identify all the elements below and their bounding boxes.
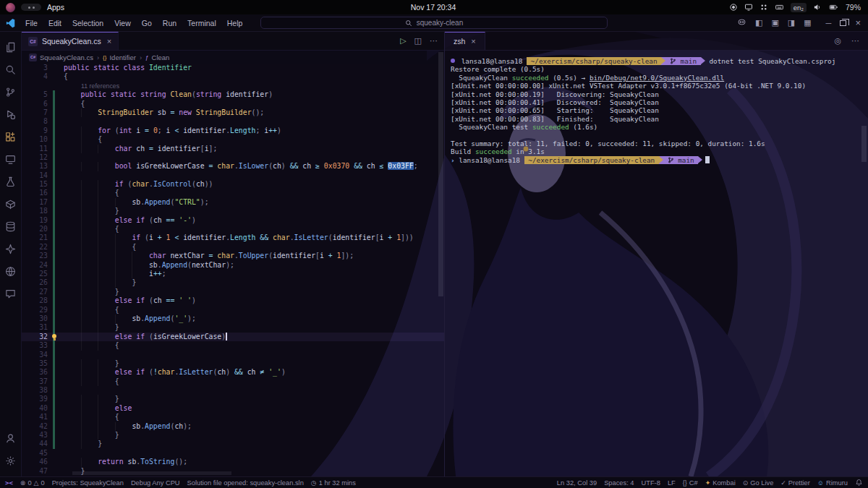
- session-time-status[interactable]: ◷1 hr 32 mins: [311, 479, 356, 487]
- input-source-indicator[interactable]: en₂: [791, 3, 807, 12]
- split-editor-icon[interactable]: ◫: [414, 36, 422, 46]
- gitlens-icon[interactable]: [0, 238, 22, 260]
- notifications-bell-icon[interactable]: [855, 479, 863, 487]
- breadcrumb-file[interactable]: C#SqueakyClean.cs: [29, 53, 93, 61]
- account-icon[interactable]: [0, 427, 22, 450]
- volume-icon[interactable]: [813, 3, 822, 12]
- code-line[interactable]: 4{: [22, 72, 444, 81]
- solution-status[interactable]: Solution file opened: squeaky-clean.sln: [187, 479, 304, 487]
- rimuru-status[interactable]: ☺Rimuru: [817, 479, 848, 487]
- code-line[interactable]: 11 char ch = identifier[i];: [22, 145, 444, 153]
- grid-icon[interactable]: [760, 3, 768, 12]
- code-line[interactable]: 31 }: [22, 323, 444, 332]
- breadcrumb-class[interactable]: {}Identifier: [103, 53, 136, 61]
- clock[interactable]: Nov 17 20:34: [411, 3, 456, 12]
- toggle-primary-sidebar-icon[interactable]: ◧: [755, 18, 762, 27]
- toggle-secondary-sidebar-icon[interactable]: ◨: [788, 18, 795, 27]
- panel-more-actions-icon[interactable]: ⋯: [851, 36, 859, 46]
- code-line[interactable]: 23 char nextChar = char.ToUpper(identifi…: [22, 252, 444, 260]
- code-line[interactable]: 7 StringBuilder sb = new StringBuilder()…: [22, 108, 444, 117]
- tab-squeakyclean[interactable]: C# SqueakyClean.cs ×: [22, 32, 119, 50]
- code-line[interactable]: 19 else if (ch == '-'): [22, 216, 444, 225]
- code-line[interactable]: 17 sb.Append("CTRL");: [22, 198, 444, 207]
- database-icon[interactable]: [0, 215, 22, 238]
- code-line[interactable]: 25 i++;: [22, 270, 444, 278]
- code-line[interactable]: 24 sb.Append(nextChar);: [22, 261, 444, 270]
- code-line[interactable]: 32 else if (isGreekLowerCase): [22, 333, 444, 341]
- file-link[interactable]: bin/Debug/net9.0/SqueakyClean.dll: [590, 74, 724, 82]
- breadcrumb-method[interactable]: ƒClean: [145, 53, 169, 61]
- code-line[interactable]: 21 if (i + 1 < identifier.Length && char…: [22, 234, 444, 242]
- menu-selection[interactable]: Selection: [67, 17, 109, 29]
- chat-icon[interactable]: [0, 283, 22, 305]
- indentation-status[interactable]: Spaces: 4: [604, 479, 634, 487]
- code-line[interactable]: 30 sb.Append('_');: [22, 314, 444, 323]
- eol-status[interactable]: LF: [668, 479, 676, 487]
- battery-icon[interactable]: [828, 3, 839, 12]
- distro-logo-icon[interactable]: [6, 3, 15, 12]
- code-line[interactable]: 29 {: [22, 306, 444, 314]
- code-line[interactable]: 28 else if (ch == ' '): [22, 296, 444, 305]
- code-line[interactable]: 10 {: [22, 135, 444, 144]
- menu-file[interactable]: File: [20, 17, 43, 29]
- code-line[interactable]: 40 else: [22, 404, 444, 413]
- search-icon[interactable]: [0, 59, 22, 81]
- menu-terminal[interactable]: Terminal: [182, 17, 221, 29]
- editor-horizontal-scrollbar[interactable]: [72, 471, 231, 475]
- copilot-icon[interactable]: [737, 17, 746, 28]
- docker-icon[interactable]: [0, 193, 22, 215]
- prettier-status[interactable]: ✓Prettier: [780, 479, 810, 487]
- kombai-status[interactable]: ✦Kombai: [705, 479, 736, 487]
- editor-more-actions-icon[interactable]: ⋯: [430, 36, 438, 46]
- code-line[interactable]: 26 }: [22, 278, 444, 287]
- globe-icon[interactable]: [0, 260, 22, 283]
- code-line[interactable]: 12: [22, 153, 444, 162]
- screen-record-icon[interactable]: [729, 3, 738, 12]
- menu-edit[interactable]: Edit: [43, 17, 67, 29]
- projects-status[interactable]: Projects: SqueakyClean: [52, 479, 124, 487]
- encoding-status[interactable]: UTF-8: [642, 479, 660, 487]
- debug-config-status[interactable]: Debug Any CPU: [131, 479, 180, 487]
- code-line[interactable]: 41 {: [22, 413, 444, 421]
- code-line[interactable]: 37 {: [22, 377, 444, 386]
- code-line[interactable]: 36 else if (!char.IsLetter(ch) && ch ≠ '…: [22, 368, 444, 377]
- keyboard-icon[interactable]: [775, 3, 784, 12]
- code-line[interactable]: 6 {: [22, 100, 444, 108]
- code-line[interactable]: 46 return sb.ToString();: [22, 458, 444, 466]
- code-line[interactable]: 5 public static string Clean(string iden…: [22, 90, 444, 99]
- code-line[interactable]: 44 }: [22, 440, 444, 448]
- lightbulb-icon[interactable]: [51, 334, 58, 341]
- toggle-panel-icon[interactable]: ▣: [771, 18, 778, 27]
- code-line[interactable]: 8: [22, 117, 444, 126]
- remote-icon[interactable]: [0, 148, 22, 171]
- code-line[interactable]: 35 }: [22, 359, 444, 368]
- code-line[interactable]: 15 if (char.IsControl(ch)): [22, 180, 444, 189]
- code-line[interactable]: 14: [22, 171, 444, 180]
- code-line[interactable]: 45: [22, 449, 444, 458]
- tab-zsh[interactable]: zsh ×: [445, 32, 485, 50]
- code-line[interactable]: 39 }: [22, 395, 444, 403]
- terminal-tab-close-icon[interactable]: ×: [469, 37, 475, 46]
- code-line[interactable]: 33 {: [22, 341, 444, 350]
- settings-gear-icon[interactable]: [0, 450, 22, 472]
- run-code-icon[interactable]: ▷: [400, 36, 406, 46]
- menu-help[interactable]: Help: [222, 17, 248, 29]
- remote-indicator[interactable]: ><: [5, 479, 13, 487]
- customize-layout-icon[interactable]: ▦: [804, 18, 811, 27]
- focused-app-name[interactable]: Apps: [47, 3, 64, 12]
- code-line[interactable]: 16 {: [22, 189, 444, 197]
- code-line[interactable]: 34: [22, 351, 444, 359]
- code-editor[interactable]: 3public static class Identifier4{11 refe…: [22, 64, 444, 476]
- extensions-icon[interactable]: [0, 126, 22, 148]
- display-icon[interactable]: [744, 3, 753, 12]
- workspace-indicator[interactable]: [21, 4, 41, 11]
- code-line[interactable]: 27 }: [22, 288, 444, 296]
- code-line[interactable]: 9 for (int i = 0; i < identifier.Length;…: [22, 127, 444, 135]
- menu-view[interactable]: View: [109, 17, 136, 29]
- codelens-references[interactable]: 11 references: [64, 82, 444, 90]
- close-icon[interactable]: ×: [855, 17, 861, 28]
- code-line[interactable]: 43 }: [22, 431, 444, 440]
- code-line[interactable]: 13 bool isGreekLowerCase = char.IsLower(…: [22, 162, 444, 171]
- code-line[interactable]: 22 {: [22, 243, 444, 252]
- panel-layout-icon[interactable]: ◎: [834, 36, 841, 46]
